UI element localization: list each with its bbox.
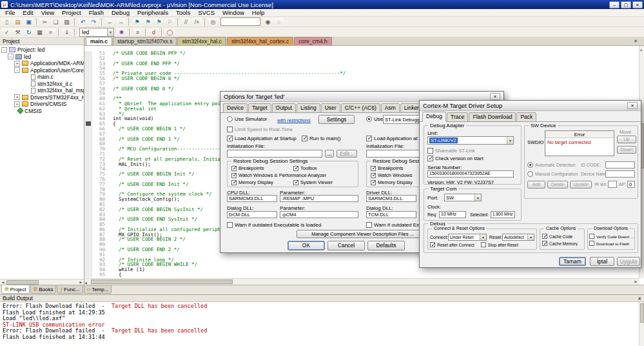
- toolbar-separator[interactable]: [161, 28, 162, 36]
- dialog-dll-input-right[interactable]: TCM.DLL: [366, 211, 416, 218]
- checkbox-option[interactable]: Download to Flash: [589, 241, 634, 246]
- cut-icon[interactable]: ✂: [40, 17, 50, 26]
- cpu-dll-input[interactable]: SARMCM3.DLL: [227, 195, 277, 202]
- menu-item[interactable]: Help: [248, 9, 269, 16]
- flash-download-icon[interactable]: ⇓: [62, 28, 72, 37]
- copy-icon[interactable]: ❏: [51, 17, 61, 26]
- new-file-icon[interactable]: ▯: [2, 17, 12, 26]
- tree-expander[interactable]: -: [1, 47, 7, 53]
- open-file-icon[interactable]: ▤: [13, 17, 23, 26]
- tree-expander[interactable]: +: [14, 94, 20, 100]
- checkbox-option[interactable]: Memory Display: [231, 179, 293, 185]
- delete-button[interactable]: Delete: [547, 181, 568, 188]
- editor-tab[interactable]: main.c: [86, 37, 112, 45]
- scroll-right-icon[interactable]: ▶: [633, 279, 639, 285]
- tree-item[interactable]: - led: [0, 54, 84, 61]
- toolbar-separator[interactable]: [145, 28, 146, 36]
- options-for-target-icon[interactable]: ✱: [117, 28, 126, 37]
- navigate-forward-icon[interactable]: →: [116, 17, 126, 26]
- dialog-tab[interactable]: C/C++ (AC6): [341, 103, 380, 113]
- unit-combo[interactable]: ST-LINK/V2 ▾: [427, 136, 514, 145]
- limit-speed-checkbox[interactable]: Limit Speed to Real-Time: [227, 127, 293, 132]
- bookmark-clear-icon[interactable]: ⚐: [165, 17, 175, 26]
- tree-item[interactable]: stm32f4xx_it.c: [0, 81, 84, 88]
- editor-hscrollbar[interactable]: ◀ ▶: [84, 278, 639, 285]
- editor-tab[interactable]: stm32f4xx_hal.c: [177, 37, 226, 45]
- dialog-parameter-input-left[interactable]: -pCM4: [280, 211, 358, 218]
- tree-item[interactable]: main.c: [0, 74, 84, 81]
- dialog-tab[interactable]: User: [321, 103, 340, 113]
- panel-tab[interactable]: ƒ Func...: [57, 285, 83, 294]
- ir-len-input[interactable]: [608, 181, 617, 188]
- menu-item[interactable]: Flash: [85, 9, 108, 16]
- menu-item[interactable]: Tools: [172, 9, 194, 16]
- toolbar-separator[interactable]: [74, 28, 75, 36]
- dialog-dll-input-left[interactable]: DCM.DLL: [227, 211, 277, 218]
- close-icon[interactable]: ✕: [490, 93, 500, 100]
- menu-item[interactable]: Edit: [19, 9, 37, 16]
- checkbox-option[interactable]: Watch Windows & Performance Analyzer: [231, 172, 355, 178]
- save-icon[interactable]: ▣: [24, 17, 34, 26]
- init-file-input-left[interactable]: [227, 150, 322, 158]
- apply-button[interactable]: Uygula: [617, 257, 640, 266]
- tree-expander[interactable]: [23, 81, 29, 86]
- rebuild-all-icon[interactable]: ↻: [24, 28, 34, 37]
- scroll-up-icon[interactable]: ▲: [639, 48, 643, 52]
- batch-build-icon[interactable]: ▦: [35, 28, 44, 37]
- simulator-settings-button[interactable]: Settings: [318, 115, 355, 124]
- dialog-tab[interactable]: Listing: [297, 103, 320, 113]
- menu-item[interactable]: Peripherals: [133, 9, 172, 16]
- toolbar-separator[interactable]: [74, 18, 75, 26]
- find-combo[interactable]: [220, 17, 260, 26]
- use-simulator-radio[interactable]: Use Simulator: [227, 116, 267, 122]
- add-button[interactable]: Add: [527, 181, 545, 188]
- tree-expander[interactable]: -: [8, 54, 14, 59]
- checkbox-option[interactable]: Reset after Connect: [430, 242, 474, 247]
- close-icon[interactable]: ✕: [638, 295, 641, 301]
- comment-icon[interactable]: //: [181, 17, 191, 26]
- close-tab-icon[interactable]: ✕: [634, 39, 638, 44]
- req-clock-input[interactable]: 10 MHz: [439, 211, 466, 218]
- toolbar-separator[interactable]: [58, 28, 59, 36]
- with-restrictions-link[interactable]: with restrictions: [277, 117, 311, 123]
- use-debugger-radio[interactable]: Use:: [366, 116, 384, 122]
- toolbar-separator[interactable]: [128, 18, 130, 26]
- tree-expander[interactable]: [23, 74, 29, 80]
- manual-configuration-radio[interactable]: Manual Configuration: [527, 171, 578, 177]
- toolbar-separator[interactable]: [101, 18, 102, 26]
- cancel-button[interactable]: İptal: [590, 257, 614, 266]
- tree-expander[interactable]: [9, 108, 15, 114]
- dialog-tab[interactable]: Asm: [381, 103, 400, 113]
- tree-item[interactable]: - Application/User/Core: [0, 67, 84, 74]
- shareable-stlink-checkbox[interactable]: Shareable ST-Link: [427, 148, 475, 154]
- menu-item[interactable]: View: [37, 9, 58, 16]
- tree-item[interactable]: - Project: led: [0, 46, 84, 54]
- warn-outdated-checkbox-left[interactable]: Warn if outdated Executable is loaded: [227, 222, 321, 228]
- dialog-tab[interactable]: Trace: [447, 112, 468, 122]
- automatic-detection-radio[interactable]: Automatic Detection: [527, 162, 576, 168]
- update-button[interactable]: Update: [570, 181, 592, 188]
- build-output-vscrollbar[interactable]: [639, 302, 644, 346]
- incremental-find-icon[interactable]: ◌: [274, 17, 284, 26]
- checkbox-option[interactable]: Verify Code Download: [589, 234, 634, 239]
- move-down-button[interactable]: Down: [617, 146, 636, 154]
- tree-expander[interactable]: +: [14, 101, 20, 107]
- find-in-files-icon[interactable]: ◎: [208, 17, 218, 26]
- manage-component-viewer-button[interactable]: Manage Component Viewer Description File…: [297, 230, 429, 238]
- edit-button-left[interactable]: Edit...: [337, 150, 357, 158]
- close-icon[interactable]: ✕: [627, 102, 638, 109]
- dialog-tab[interactable]: Pack: [516, 112, 536, 122]
- bookmark-toggle-icon[interactable]: ⚑: [132, 17, 142, 26]
- check-version-checkbox[interactable]: Check version on start: [427, 156, 483, 161]
- checkbox-option[interactable]: System Viewer: [293, 179, 355, 185]
- menu-item[interactable]: Debug: [108, 9, 133, 16]
- target-select-combo[interactable]: led ▾: [79, 28, 114, 37]
- kill-all-breakpoints-icon[interactable]: ◯: [165, 28, 175, 37]
- dialog-tab[interactable]: Flash Download: [469, 112, 516, 122]
- paste-icon[interactable]: ▨: [62, 17, 72, 26]
- editor-tab[interactable]: stm32f4xx_hal_cortex.c: [227, 37, 293, 45]
- menu-item[interactable]: Window: [219, 9, 248, 16]
- toolbar-separator[interactable]: [36, 18, 37, 26]
- dialog-tab[interactable]: Debug: [422, 112, 446, 122]
- dialog-tab[interactable]: Output: [272, 103, 297, 113]
